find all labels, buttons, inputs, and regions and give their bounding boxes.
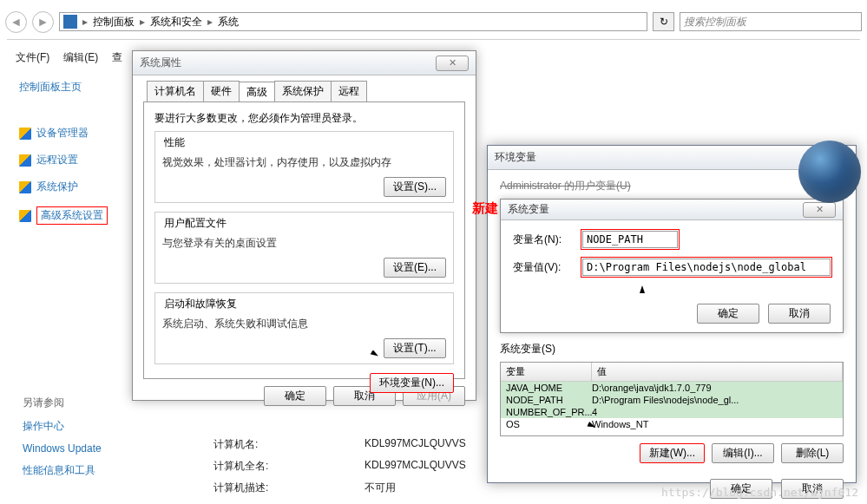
close-icon[interactable]: ✕ [803, 202, 836, 218]
new-var-button[interactable]: 新建(W)... [640, 443, 705, 463]
tab-advanced[interactable]: 高级 [239, 82, 275, 102]
address-breadcrumb[interactable]: ▸ 控制面板 ▸ 系统和安全 ▸ 系统 [59, 12, 647, 31]
close-icon[interactable]: ✕ [436, 56, 469, 71]
shield-icon [19, 128, 31, 140]
see-also-header: 另请参阅 [23, 396, 126, 410]
dialog-title: 环境变量 [495, 150, 536, 165]
menu-file[interactable]: 文件(F) [16, 50, 49, 69]
user-vars-header: Administrator 的用户变量(U) [500, 179, 844, 193]
settings-startup-button[interactable]: 设置(T)... [384, 338, 446, 358]
see-also-panel: 另请参阅 操作中心 Windows Update 性能信息和工具 [0, 396, 126, 487]
system-vars-list[interactable]: 变量值 JAVA_HOMED:\orange\java\jdk1.7.0_779… [500, 362, 844, 436]
settings-profile-button[interactable]: 设置(E)... [384, 258, 446, 278]
list-item[interactable]: NODE_PATHD:\Program Files\nodejs\node_gl… [501, 394, 843, 406]
computer-info: 计算机名:KDL997MCJLQUVVS 计算机全名:KDL997MCJLQUV… [213, 437, 466, 502]
tab-computer-name[interactable]: 计算机名 [147, 81, 204, 101]
control-panel-icon [63, 15, 77, 29]
edit-var-button[interactable]: 编辑(I)... [712, 443, 774, 463]
sidebar-item-protection[interactable]: 系统保护 [19, 180, 115, 194]
tab-remote[interactable]: 远程 [331, 81, 367, 101]
sidebar-item-device-manager[interactable]: 设备管理器 [19, 126, 115, 141]
sidebar-item-advanced[interactable]: 高级系统设置 [19, 206, 115, 225]
dialog-title: 系统变量 [508, 202, 549, 217]
windows-orb-graphic [798, 141, 861, 203]
delete-var-button[interactable]: 删除(L) [781, 443, 844, 463]
cancel-button[interactable]: 取消 [768, 304, 831, 324]
group-performance: 性能 视觉效果，处理器计划，内存使用，以及虚拟内存 设置(S)... [154, 131, 454, 203]
sidebar-home-link[interactable]: 控制面板主页 [19, 80, 115, 95]
see-also-link[interactable]: 性能信息和工具 [23, 463, 126, 478]
intro-text: 要进行大多数更改，您必须作为管理员登录。 [154, 111, 454, 126]
breadcrumb[interactable]: 系统 [218, 15, 239, 29]
see-also-link[interactable]: 操作中心 [23, 419, 126, 434]
env-vars-button[interactable]: 环境变量(N)... [370, 373, 454, 393]
menu-view[interactable]: 查 [112, 50, 122, 69]
group-profiles: 用户配置文件 与您登录有关的桌面设置 设置(E)... [154, 212, 454, 284]
tab-strip: 计算机名 硬件 高级 系统保护 远程 [147, 81, 476, 101]
dialog-titlebar[interactable]: 系统属性 ✕ [133, 51, 476, 75]
list-item[interactable]: NUMBER_OF_PR...4 [501, 406, 843, 418]
new-system-variable-dialog: 系统变量 ✕ 变量名(N): 变量值(V): 确定 取消 [500, 199, 844, 333]
shield-icon [19, 181, 31, 193]
dialog-titlebar[interactable]: 系统变量 ✕ [501, 200, 843, 220]
divider [7, 39, 860, 40]
menu-edit[interactable]: 编辑(E) [63, 50, 98, 69]
breadcrumb[interactable]: 控制面板 [93, 15, 135, 29]
tab-hardware[interactable]: 硬件 [203, 81, 240, 101]
list-item[interactable]: OSWindows_NT [501, 418, 843, 430]
var-name-label: 变量名(N): [513, 232, 582, 247]
settings-perf-button[interactable]: 设置(S)... [384, 177, 446, 197]
nav-back-button[interactable]: ◄ [5, 11, 27, 33]
list-header: 变量值 [501, 363, 843, 382]
shield-icon [19, 210, 31, 222]
tab-protection[interactable]: 系统保护 [274, 81, 332, 101]
system-vars-header: 系统变量(S) [500, 342, 844, 357]
annotation-new: 新建 [472, 200, 498, 217]
var-name-input[interactable] [582, 231, 678, 248]
sidebar: 控制面板主页 设备管理器 远程设置 系统保护 高级系统设置 [0, 71, 126, 237]
watermark: https://blog.csdn.net/wjnf012 [661, 486, 858, 499]
menu-bar: 文件(F) 编辑(E) 查 [0, 50, 122, 69]
var-value-label: 变量值(V): [513, 260, 582, 275]
var-value-input[interactable] [582, 259, 831, 276]
breadcrumb[interactable]: 系统和安全 [150, 15, 202, 29]
nav-forward-button[interactable]: ► [32, 11, 54, 33]
system-properties-dialog: 系统属性 ✕ 计算机名 硬件 高级 系统保护 远程 要进行大多数更改，您必须作为… [132, 50, 476, 401]
search-input[interactable]: 搜索控制面板 [680, 12, 862, 31]
dialog-title: 系统属性 [140, 56, 181, 70]
list-item[interactable]: JAVA_HOMED:\orange\java\jdk1.7.0_779 [501, 382, 843, 394]
refresh-button[interactable]: ↻ [653, 12, 674, 31]
ok-button[interactable]: 确定 [697, 304, 759, 324]
env-vars-dialog: 环境变量 ✕ Administrator 的用户变量(U) 新建 系统变量 ✕ … [487, 145, 857, 483]
shield-icon [19, 154, 31, 167]
group-startup: 启动和故障恢复 系统启动、系统失败和调试信息 设置(T)... [154, 292, 454, 364]
sidebar-item-remote[interactable]: 远程设置 [19, 153, 115, 167]
see-also-link[interactable]: Windows Update [23, 442, 126, 455]
